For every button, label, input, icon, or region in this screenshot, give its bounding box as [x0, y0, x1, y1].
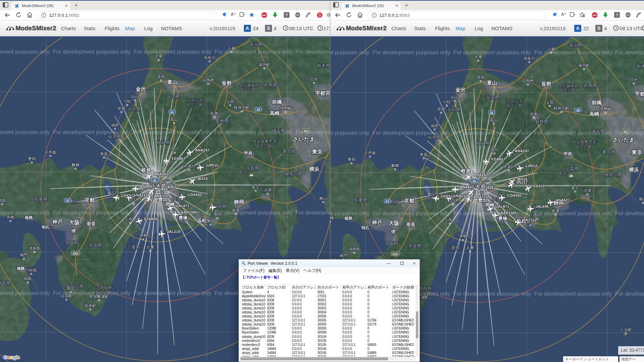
svg-text:?: ? — [616, 13, 618, 17]
svg-text:ABP: ABP — [592, 14, 597, 16]
svg-text:SNJ17: SNJ17 — [516, 180, 528, 184]
svg-text:FDX31: FDX31 — [533, 184, 545, 188]
svg-text:?: ? — [285, 13, 288, 17]
svg-text:JAL695: JAL695 — [536, 204, 549, 208]
svg-text:ABP: ABP — [262, 14, 267, 16]
svg-text:JAL219: JAL219 — [167, 230, 180, 234]
svg-text:SKY112: SKY112 — [523, 218, 537, 222]
svg-text:SJX805: SJX805 — [144, 217, 157, 221]
svg-text:ANA627: ANA627 — [556, 198, 570, 202]
